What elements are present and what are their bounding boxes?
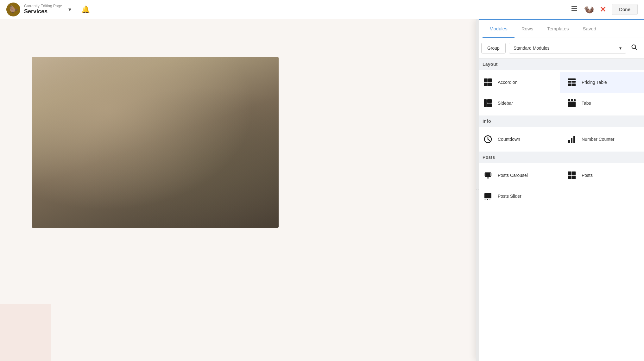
posts-module-grid: Posts Carousel Posts (476, 163, 644, 209)
done-button[interactable]: Done (612, 4, 638, 15)
module-item-accordion[interactable]: Accordion (476, 72, 560, 93)
svg-rect-10 (568, 81, 571, 83)
svg-rect-8 (488, 83, 492, 86)
search-button[interactable] (629, 42, 639, 54)
group-button[interactable]: Group (481, 43, 506, 53)
svg-rect-27 (485, 172, 491, 177)
close-button[interactable]: ✕ (600, 5, 606, 14)
tabs-icon (566, 98, 577, 109)
module-label-pricing-table: Pricing Table (582, 80, 607, 85)
svg-line-4 (635, 48, 637, 50)
posts-icon (566, 170, 577, 181)
beaver-icon[interactable]: 🦦 (584, 4, 594, 14)
module-item-pricing-table[interactable]: Pricing Table (560, 72, 644, 93)
svg-rect-12 (568, 84, 571, 86)
hero-image-inner (32, 57, 279, 228)
topbar-right: 🦦 ✕ Done (571, 4, 638, 15)
svg-rect-38 (489, 199, 490, 200)
svg-rect-28 (484, 173, 485, 176)
svg-rect-37 (487, 199, 488, 200)
svg-rect-15 (487, 99, 492, 103)
svg-rect-14 (484, 99, 487, 107)
tab-saved[interactable]: Saved (576, 20, 603, 38)
info-module-grid: Countdown Number Counter (476, 127, 644, 152)
svg-line-23 (488, 139, 489, 140)
svg-rect-30 (487, 177, 489, 178)
accordion-icon (483, 77, 493, 88)
svg-rect-24 (568, 140, 570, 143)
page-chevron-icon[interactable]: ▾ (68, 6, 71, 13)
list-icon[interactable] (571, 5, 578, 14)
section-header-posts: Posts (476, 152, 644, 163)
posts-carousel-icon (483, 170, 493, 181)
svg-rect-11 (572, 81, 576, 83)
module-label-tabs: Tabs (582, 101, 591, 106)
svg-rect-34 (572, 176, 576, 179)
svg-rect-9 (568, 78, 576, 80)
module-label-posts: Posts (582, 173, 593, 178)
topbar: 🦫 Currently Editing Page Services ▾ 🔔 🦦 … (0, 0, 644, 19)
tab-rows[interactable]: Rows (515, 20, 540, 38)
module-item-posts-slider[interactable]: Posts Slider (476, 186, 560, 207)
editing-label: Currently Editing Page (24, 4, 62, 8)
countdown-icon (483, 134, 493, 145)
module-item-sidebar[interactable]: Sidebar (476, 93, 560, 114)
dropdown-chevron-icon: ▾ (619, 46, 622, 51)
svg-rect-31 (568, 171, 571, 175)
svg-rect-17 (568, 99, 570, 101)
logo-icon: 🦫 (6, 3, 20, 16)
main-content: Qu Cu qui… omittа… ✓ Te ✓ Na ✓ No ⋮⋮ (0, 19, 644, 361)
svg-rect-7 (484, 83, 488, 86)
module-item-posts[interactable]: Posts (560, 165, 644, 186)
svg-rect-6 (488, 78, 492, 82)
svg-rect-36 (484, 199, 486, 200)
module-label-sidebar: Sidebar (498, 101, 513, 106)
module-label-accordion: Accordion (498, 80, 517, 85)
modules-dropdown[interactable]: Standard Modules ▾ (509, 43, 626, 53)
module-label-number-counter: Number Counter (582, 137, 615, 142)
module-label-posts-slider: Posts Slider (498, 194, 521, 199)
svg-rect-18 (571, 99, 573, 101)
svg-rect-19 (574, 99, 576, 101)
pink-accent-bottom-left (0, 304, 51, 361)
module-label-countdown: Countdown (498, 137, 520, 142)
panel-list[interactable]: Layout Accordion (476, 59, 644, 361)
panel-controls: Group Standard Modules ▾ (476, 38, 644, 59)
drag-handle[interactable]: ⋮⋮ (476, 19, 479, 361)
pricing-table-icon (566, 77, 577, 88)
module-item-posts-carousel[interactable]: Posts Carousel (476, 165, 560, 186)
module-item-tabs[interactable]: Tabs (560, 93, 644, 114)
svg-rect-33 (568, 176, 571, 179)
svg-rect-25 (571, 138, 572, 143)
svg-rect-20 (568, 102, 576, 107)
module-item-number-counter[interactable]: Number Counter (560, 129, 644, 150)
dropdown-label: Standard Modules (514, 46, 550, 51)
notification-bell-icon[interactable]: 🔔 (81, 5, 90, 14)
svg-rect-35 (484, 193, 491, 198)
svg-rect-13 (572, 84, 576, 86)
svg-rect-26 (573, 136, 575, 143)
topbar-title: Currently Editing Page Services (24, 4, 62, 15)
svg-point-3 (632, 45, 636, 49)
posts-slider-icon (483, 191, 493, 202)
svg-rect-29 (490, 173, 492, 176)
tab-templates[interactable]: Templates (540, 20, 576, 38)
panel-tabs: Modules Rows Templates Saved (476, 20, 644, 38)
number-counter-icon (566, 134, 577, 145)
hero-image (32, 57, 279, 228)
svg-rect-16 (487, 103, 492, 107)
section-header-info: Info (476, 115, 644, 127)
module-item-countdown[interactable]: Countdown (476, 129, 560, 150)
layout-module-grid: Accordion Pricing Table (476, 70, 644, 115)
drag-dots: ⋮⋮ (475, 189, 480, 191)
svg-rect-5 (484, 78, 488, 82)
sidebar-icon (483, 98, 493, 109)
section-header-layout: Layout (476, 59, 644, 70)
page-name: Services (24, 8, 62, 15)
tab-modules[interactable]: Modules (483, 20, 515, 38)
modules-panel: ⋮⋮ Modules Rows Templates Saved Group St… (476, 19, 644, 361)
topbar-left: 🦫 Currently Editing Page Services ▾ 🔔 (6, 3, 90, 16)
module-label-posts-carousel: Posts Carousel (498, 173, 528, 178)
svg-rect-32 (572, 171, 576, 175)
